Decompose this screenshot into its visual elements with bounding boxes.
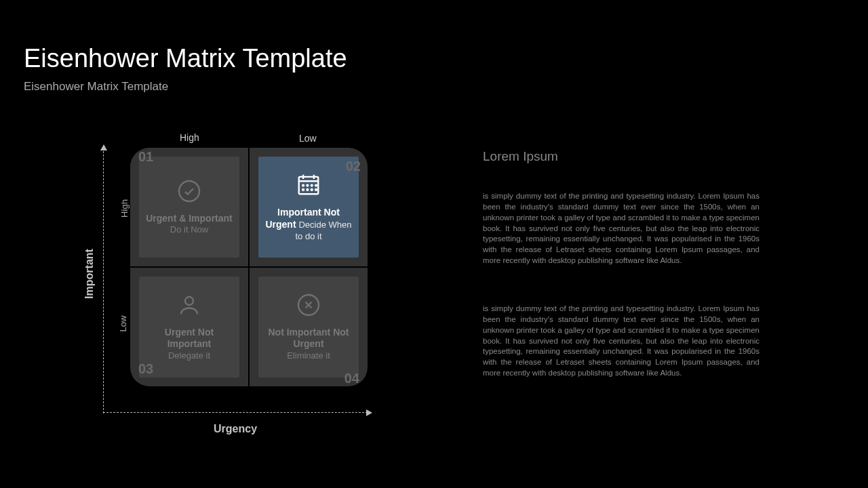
eisenhower-matrix: 01 Urgent & Important Do it Now 02 xyxy=(130,148,368,386)
y-axis-line xyxy=(103,148,104,413)
quadrant-title: Urgent Not Important xyxy=(143,327,235,350)
x-tick-low: Low xyxy=(299,133,317,144)
quadrant-urgent-not-important: 03 Urgent Not Important Delegate it xyxy=(130,268,248,386)
person-icon xyxy=(177,293,201,320)
axis-label-urgency: Urgency xyxy=(214,423,257,435)
quadrant-subtitle: Eliminate it xyxy=(287,350,330,361)
quadrant-title: Urgent & Important xyxy=(146,213,233,225)
quadrant-title: Important Not Urgent Decide When to do i… xyxy=(262,207,355,243)
right-heading: Lorem Ipsum xyxy=(483,149,558,164)
check-circle-icon xyxy=(177,179,201,206)
x-axis-arrow-icon xyxy=(366,409,372,416)
quadrant-number: 04 xyxy=(344,371,359,386)
quadrant-number: 02 xyxy=(346,159,361,174)
quadrant-number: 01 xyxy=(138,149,153,165)
svg-point-7 xyxy=(307,189,308,190)
calendar-icon xyxy=(296,171,321,200)
svg-point-9 xyxy=(315,189,317,190)
svg-point-6 xyxy=(302,189,304,190)
svg-point-0 xyxy=(179,181,199,201)
svg-point-5 xyxy=(315,185,317,186)
quadrant-inner: Not Important Not Urgent Eliminate it xyxy=(258,277,359,378)
x-tick-high: High xyxy=(180,132,199,143)
quadrant-inner: Urgent Not Important Delegate it xyxy=(139,277,239,378)
page-title: Eisenhower Matrix Template xyxy=(24,44,347,73)
x-axis-line xyxy=(103,412,368,413)
page-subtitle: Eisenhower Matrix Template xyxy=(24,80,168,94)
right-paragraph-1: is simply dummy text of the printing and… xyxy=(483,191,760,266)
quadrant-subtitle: Do it Now xyxy=(170,224,208,235)
right-paragraph-2: is simply dummy text of the printing and… xyxy=(483,304,760,379)
quadrant-important-not-urgent: 02 Important Not Urgent Decide When to d… xyxy=(250,148,368,266)
quadrant-subtitle: Delegate it xyxy=(168,350,210,361)
y-tick-high: High xyxy=(119,199,130,218)
svg-point-10 xyxy=(185,297,193,305)
axis-label-important: Important xyxy=(83,249,96,299)
quadrant-number: 03 xyxy=(138,361,153,377)
y-axis-arrow-icon xyxy=(100,144,107,150)
svg-point-2 xyxy=(302,185,304,186)
svg-point-4 xyxy=(311,185,313,186)
quadrant-inner: Urgent & Important Do it Now xyxy=(139,157,239,258)
svg-point-3 xyxy=(307,185,308,186)
quadrant-title: Not Important Not Urgent xyxy=(262,327,355,350)
y-tick-low: Low xyxy=(118,316,128,332)
svg-point-8 xyxy=(311,189,313,190)
quadrant-not-important-not-urgent: 04 Not Important Not Urgent Eliminate it xyxy=(250,268,368,386)
quadrant-urgent-important: 01 Urgent & Important Do it Now xyxy=(130,148,248,266)
quadrant-inner: Important Not Urgent Decide When to do i… xyxy=(258,157,359,258)
x-circle-icon xyxy=(296,293,321,320)
